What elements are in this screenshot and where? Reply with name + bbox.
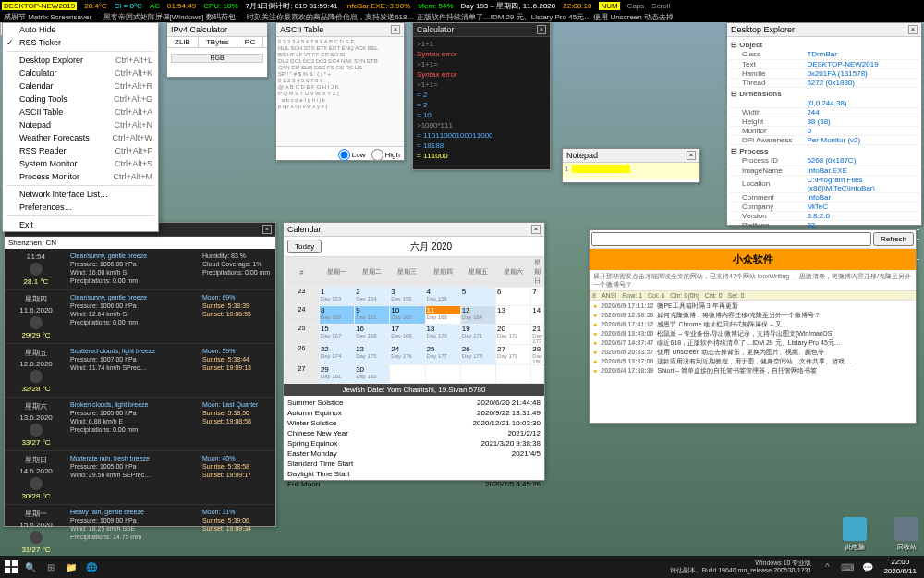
ci-temp: Ci = 0°C — [115, 2, 142, 10]
ascii-low-radio[interactable]: Low — [338, 149, 366, 161]
ipv4-tabs: ZLIB TBytes RC — [167, 37, 267, 48]
window-title: IPv4 Calculator — [171, 25, 227, 34]
infobar-context-menu: Auto HideRSS TickerDesktop ExplorerCtrl+… — [2, 22, 159, 232]
close-icon[interactable]: × — [531, 225, 541, 234]
desktop-explorer-window[interactable]: Desktop Explorer× ObjectClassTDrmBarText… — [726, 22, 922, 226]
rss-url-input[interactable] — [591, 232, 871, 246]
close-icon[interactable]: × — [537, 25, 546, 34]
menu-item-desktop-explorer[interactable]: Desktop ExplorerCtrl+Alt+L — [3, 54, 158, 67]
menu-item-notepad[interactable]: NotepadCtrl+Alt+N — [3, 118, 158, 131]
close-icon[interactable]: × — [687, 151, 696, 160]
property-grid[interactable]: ObjectClassTDrmBarTextDESKTOP-NEW2019Han… — [727, 37, 921, 262]
tray-up-icon[interactable]: ^ — [817, 558, 837, 576]
refresh-button[interactable]: Refresh — [873, 232, 914, 246]
svg-rect-2 — [5, 568, 10, 573]
rss-feed-description: 展开那些需要点击才能阅读全文的网站，已支持47个网站 iboxWriting —… — [590, 270, 916, 290]
ime-icon[interactable]: ⌨ — [837, 558, 857, 576]
calculator-output[interactable]: >1+1Syntax error>1+1=Syntax error>1+1== … — [413, 37, 550, 163]
jewish-date: Jewish Date: Yom Chamishi, 19.Sivan 5780 — [284, 384, 544, 396]
weather-location-input[interactable]: Shenzhen, CN — [5, 237, 275, 249]
menu-item-ascii-table[interactable]: ASCII TableCtrl+Alt+A — [3, 105, 158, 118]
news-ticker[interactable]: 感恩节 Matrix Screensaver — 黑客帝国式矩阵屏保[Windo… — [0, 11, 924, 22]
menu-item-weather-forecasts[interactable]: Weather ForecastsCtrl+Alt+W — [3, 131, 158, 144]
task-view-icon[interactable]: ⊞ — [41, 558, 61, 576]
edge-icon[interactable]: 🌐 — [81, 558, 102, 576]
numlock: NUM — [599, 2, 619, 10]
search-icon[interactable]: 🔍 — [20, 558, 41, 576]
start-button[interactable] — [2, 558, 20, 576]
window-title: Calculator — [417, 25, 455, 34]
menu-item-rss-reader[interactable]: RSS ReaderCtrl+Alt+F — [3, 144, 158, 157]
countdown: 7月1日倒计时: 019 01:59:41 — [246, 1, 338, 11]
notepad-editor[interactable]: 1 — [563, 163, 699, 179]
notification-icon[interactable]: 💬 — [857, 558, 878, 576]
menu-item-rss-ticker[interactable]: RSS Ticker — [3, 36, 158, 49]
desktop-icon-computer[interactable]: 此电脑 — [841, 517, 869, 552]
tab-rc[interactable]: RC — [237, 37, 264, 47]
window-title: Notepad — [566, 151, 598, 160]
today-button[interactable]: Today — [287, 240, 322, 253]
svg-rect-0 — [5, 560, 10, 566]
menu-item-network-interface-list-[interactable]: Network Interface List… — [3, 188, 158, 201]
ascii-table-window[interactable]: ASCII Table× 0 1 2 3 4 5 6 7 8 9 A B C D… — [275, 22, 405, 161]
calendar-window[interactable]: Calendar× Today 六月 2020 #星期一星期二星期三星期四星期五… — [283, 222, 545, 481]
rss-item-list[interactable]: ●2020/6/9 17:11:12微PE工具箱时隔 3 年再更新●2020/6… — [590, 301, 916, 376]
watermark: Windows 10 专业版 评估副本。Build 19640.mn_relea… — [664, 560, 818, 574]
mem-usage: Mem: 54% — [418, 2, 453, 10]
window-title: Desktop Explorer — [731, 25, 795, 34]
desktop-icon-recycle[interactable]: 回收站 — [893, 517, 920, 552]
infobar[interactable]: DESKTOP-NEW2019 28.4°C Ci = 0°C AC 01:54… — [0, 0, 924, 11]
menu-item-auto-hide[interactable]: Auto Hide — [3, 23, 158, 36]
tab-tbytes[interactable]: TBytes — [199, 37, 237, 47]
rgb-field[interactable]: RGB — [171, 54, 263, 63]
close-icon[interactable]: × — [262, 225, 272, 234]
ac-status: AC — [150, 2, 160, 10]
day-counter: Day 193 – 星期四, 11.6.2020 — [461, 1, 556, 11]
tab-zlib[interactable]: ZLIB — [167, 37, 199, 47]
scrolllock: Scroll — [651, 2, 670, 10]
notepad-window[interactable]: Notepad× 1 — [562, 148, 700, 183]
window-title: Calendar — [287, 225, 322, 234]
window-title: ASCII Table — [280, 25, 323, 34]
desktop-icons: 此电脑 回收站 — [841, 517, 920, 552]
menu-item-exit[interactable]: Exit — [3, 218, 158, 231]
cpu-temp: 28.4°C — [84, 2, 107, 10]
explorer-icon[interactable]: 📁 — [61, 558, 81, 576]
menu-item-preferences-[interactable]: Preferences… — [3, 201, 158, 214]
clock: 22:00:18 — [563, 2, 591, 10]
menu-item-calculator[interactable]: CalculatorCtrl+Alt+K — [3, 67, 158, 80]
weather-forecast-window[interactable]: Weather Forecast× Shenzhen, CN 21:5428.1… — [4, 222, 276, 527]
ascii-grid[interactable]: 0 1 2 3 4 5 6 7 8 9 A B C D E FNUL SOH S… — [276, 37, 404, 146]
hostname[interactable]: DESKTOP-NEW2019 — [2, 2, 77, 10]
ascii-high-radio[interactable]: High — [371, 149, 400, 161]
taskbar[interactable]: 🔍 ⊞ 📁 🌐 Windows 10 专业版 评估副本。Build 19640.… — [0, 556, 924, 578]
close-icon[interactable]: × — [908, 25, 918, 34]
menu-item-system-monitor[interactable]: System MonitorCtrl+Alt+S — [3, 157, 158, 170]
top-process: InfoBar.EXE: 3.90% — [346, 2, 411, 10]
rss-feed-title: 小众软件 — [590, 249, 916, 270]
calculator-window[interactable]: Calculator× >1+1Syntax error>1+1=Syntax … — [412, 22, 551, 170]
menu-item-coding-tools[interactable]: Coding ToolsCtrl+Alt+G — [3, 92, 158, 105]
calendar-grid[interactable]: #星期一星期二星期三星期四星期五星期六星期日231Day 1532Day 154… — [284, 257, 544, 384]
calendar-month: 六月 2020 — [322, 240, 541, 253]
svg-rect-3 — [12, 568, 18, 573]
menu-item-calendar[interactable]: CalendarCtrl+Alt+R — [3, 80, 158, 92]
calendar-events: Summer Solstice2020/6/20 21:44:48Autumn … — [284, 396, 544, 491]
svg-rect-1 — [12, 560, 18, 566]
taskbar-clock[interactable]: 22:00 2020/6/11 — [878, 558, 922, 576]
rss-reader-window[interactable]: Refresh 小众软件 展开那些需要点击才能阅读全文的网站，已支持47个网站 … — [589, 229, 917, 424]
uptime: 01:54:49 — [167, 2, 196, 10]
cpu-usage: CPU: 10% — [203, 2, 237, 10]
capslock: Caps — [627, 2, 645, 10]
menu-item-process-monitor[interactable]: Process MonitorCtrl+Alt+M — [3, 170, 158, 183]
ipv4-calculator-window[interactable]: IPv4 Calculator ZLIB TBytes RC RGB — [166, 22, 268, 78]
close-icon[interactable]: × — [391, 25, 400, 34]
rss-status-bar: 8ANSIRow: 1Col: 6Chr: 0(0h)Cnt: 0Sel: 0 — [590, 290, 916, 301]
